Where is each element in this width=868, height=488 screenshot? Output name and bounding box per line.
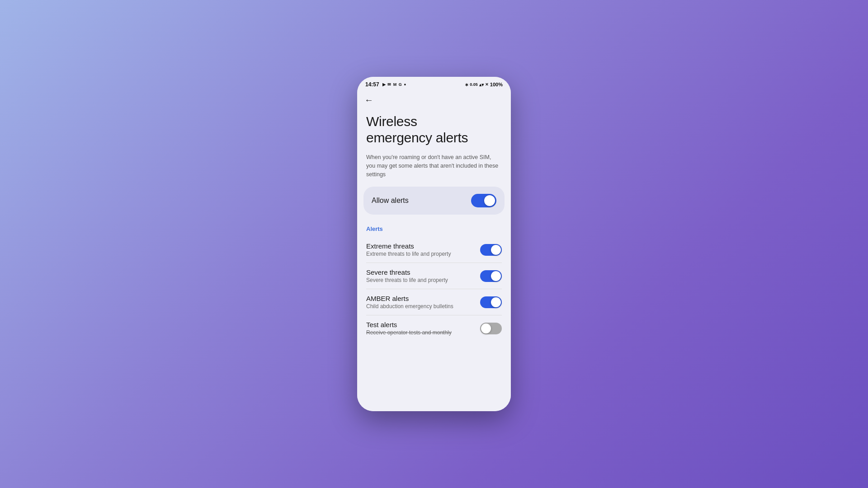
wifi-icon: ▴▾ xyxy=(479,82,484,87)
page-title-line2: emergency alerts xyxy=(366,130,502,146)
amber-alerts-toggle[interactable] xyxy=(480,296,502,308)
extreme-threats-subtitle: Extreme threats to life and property xyxy=(366,251,475,257)
severe-threats-row: Severe threats Severe threats to life an… xyxy=(357,263,511,289)
amber-alerts-title: AMBER alerts xyxy=(366,295,475,302)
amber-alerts-text: AMBER alerts Child abduction emergency b… xyxy=(366,295,475,310)
test-alerts-title: Test alerts xyxy=(366,321,475,328)
bluetooth-icon: ∗ xyxy=(465,82,468,87)
extreme-threats-text: Extreme threats Extreme threats to life … xyxy=(366,242,475,257)
severe-threats-title: Severe threats xyxy=(366,268,475,276)
status-left: 14:57 ▶ ✉ M G • xyxy=(365,81,406,88)
page-description: When you're roaming or don't have an act… xyxy=(357,150,511,187)
severe-threats-toggle[interactable] xyxy=(480,270,502,282)
test-alerts-toggle[interactable] xyxy=(480,323,502,334)
allow-alerts-toggle[interactable] xyxy=(471,194,496,207)
screen-content: ← Wireless emergency alerts When you're … xyxy=(357,90,511,411)
amber-alerts-subtitle: Child abduction emergency bulletins xyxy=(366,303,475,310)
toggle-thumb xyxy=(481,324,491,333)
extreme-threats-row: Extreme threats Extreme threats to life … xyxy=(357,237,511,263)
alerts-section: Alerts Extreme threats Extreme threats t… xyxy=(357,224,511,341)
status-right: ∗ 0.05 ▴▾ ✕ 100% xyxy=(465,82,503,87)
severe-threats-subtitle: Severe threats to life and property xyxy=(366,277,475,283)
status-bar: 14:57 ▶ ✉ M G • ∗ 0.05 ▴▾ ✕ 100% xyxy=(357,77,511,90)
severe-threats-text: Severe threats Severe threats to life an… xyxy=(366,268,475,283)
extreme-threats-toggle[interactable] xyxy=(480,244,502,256)
page-title: Wireless emergency alerts xyxy=(357,105,511,150)
toggle-thumb xyxy=(491,297,501,307)
status-dot: • xyxy=(404,81,406,88)
back-row: ← xyxy=(357,90,511,105)
test-alerts-text: Test alerts Receive operator tests and m… xyxy=(366,321,475,336)
phone-frame: 14:57 ▶ ✉ M G • ∗ 0.05 ▴▾ ✕ 100% ← Wirel… xyxy=(357,77,511,411)
back-button[interactable]: ← xyxy=(364,95,373,105)
page-title-line1: Wireless xyxy=(366,113,502,130)
test-alerts-row: Test alerts Receive operator tests and m… xyxy=(357,315,511,341)
signal-icon: 0.05 xyxy=(470,82,478,87)
extreme-threats-title: Extreme threats xyxy=(366,242,475,250)
amber-alerts-row: AMBER alerts Child abduction emergency b… xyxy=(357,289,511,315)
time: 14:57 xyxy=(365,81,379,88)
alerts-section-header: Alerts xyxy=(357,224,511,237)
allow-alerts-label: Allow alerts xyxy=(372,197,409,205)
sim-icon: ✕ xyxy=(485,82,489,87)
test-alerts-subtitle: Receive operator tests and monthly xyxy=(366,329,475,336)
toggle-thumb xyxy=(491,245,501,255)
notification-icons: ▶ ✉ M G xyxy=(382,82,402,87)
allow-alerts-card: Allow alerts xyxy=(363,187,505,215)
battery-icon: 100% xyxy=(490,82,503,87)
toggle-thumb xyxy=(491,271,501,281)
